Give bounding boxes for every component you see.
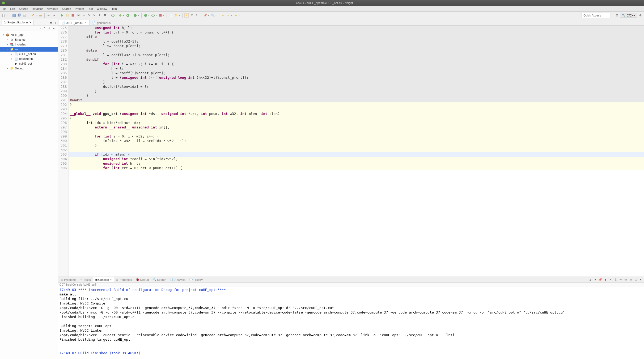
menu-help[interactable]: Help (111, 7, 117, 10)
bottom-tab-console[interactable]: ▣Console ✕ (93, 277, 114, 282)
code-line[interactable]: __global__ void gpu_crt (unsigned int *d… (69, 111, 644, 116)
editor-tab[interactable]: 📄gputimer.h (90, 20, 113, 25)
code-line[interactable]: l = coeff[w32-1] % const_p[crt]; (69, 53, 644, 57)
code-line[interactable]: l = (unsigned int )((((unsigned long int… (69, 75, 644, 80)
code-line[interactable]: #else (69, 48, 644, 53)
project-explorer-tab[interactable]: 🗂 Project Explorer ✕ (2, 20, 33, 25)
code-line[interactable]: #if 0 (69, 35, 644, 39)
code-line[interactable]: l = coeff[i]%const_p[crt]; (69, 71, 644, 75)
code-line[interactable] (69, 107, 644, 111)
close-icon[interactable]: ✕ (110, 278, 112, 281)
dropdown-icon[interactable]: ▾ (138, 14, 139, 16)
menu-file[interactable]: File (2, 7, 6, 10)
code-line[interactable]: extern __shared__ unsigned int in[]; (69, 125, 644, 130)
dropdown-icon[interactable]: ▾ (44, 26, 45, 31)
perspective-button[interactable]: 🔧 C/C++ (620, 13, 637, 18)
menu-run[interactable]: Run (88, 7, 93, 10)
step-back-icon[interactable]: ⇤ (46, 13, 51, 18)
coverage-icon[interactable] (133, 13, 137, 18)
perspective-menu-icon[interactable]: ⊕ (638, 13, 642, 18)
max-icon[interactable]: ◻ (634, 278, 638, 282)
code-line[interactable]: } (69, 80, 644, 84)
menu-refactor[interactable]: Refactor (32, 7, 43, 10)
step-return-icon[interactable]: ↖ (92, 13, 96, 18)
disconnect-icon[interactable]: ⋈ (76, 13, 80, 18)
tree-item[interactable]: ▾📦cuHE_opt (0, 32, 58, 37)
code-line[interactable]: } (69, 143, 644, 148)
dropdown-icon[interactable]: ▾ (6, 14, 7, 16)
quick-access-input[interactable] (582, 13, 611, 18)
dropdown-icon[interactable]: ▾ (179, 14, 180, 16)
code-line[interactable] (69, 148, 644, 152)
next-edit-icon[interactable]: → (226, 13, 231, 18)
dropdown-icon[interactable]: ▾ (208, 14, 209, 16)
tree-item[interactable]: ▶cuHE_opt (0, 61, 58, 66)
disclosure-icon[interactable]: ▸ (6, 67, 9, 70)
bottom-tab-properties[interactable]: ≡Properties (115, 278, 134, 282)
dropdown-icon[interactable]: ▾ (231, 14, 232, 16)
code-line[interactable]: } (69, 102, 644, 107)
prev-edit-icon[interactable]: ← (221, 13, 225, 18)
code-line[interactable]: } (69, 93, 644, 98)
dropdown-icon[interactable]: ▾ (116, 14, 117, 16)
code-line[interactable]: { (69, 116, 644, 120)
menu-project[interactable]: Project (75, 7, 84, 10)
disclosure-icon[interactable]: ▸ (6, 38, 9, 41)
open-icon[interactable]: ▭ (624, 278, 628, 282)
up-icon[interactable]: ▴ (588, 278, 592, 282)
dropdown-icon[interactable]: ▾ (239, 14, 240, 16)
disclosure-icon[interactable]: ▸ (10, 53, 13, 55)
menu-icon[interactable]: ▾ (639, 278, 643, 282)
open-perspective-icon[interactable]: ⊞ (615, 13, 619, 18)
skip-bp-icon[interactable]: ⊘ (190, 13, 194, 18)
code-line[interactable]: for (int i = 0; i < w32; i++) { (69, 134, 644, 139)
clear-icon[interactable]: ✕ (608, 278, 613, 282)
collapse-all-icon[interactable]: ⇆ (39, 26, 43, 31)
dropdown-icon[interactable]: ▾ (163, 14, 164, 16)
new-class-icon[interactable]: 📄 (169, 13, 173, 18)
scroll-icon[interactable]: ⇊ (613, 278, 618, 282)
run-last-icon[interactable] (143, 13, 148, 18)
code-line[interactable]: l %= const_p[crt]; (69, 44, 644, 48)
close-icon[interactable]: ✕ (84, 21, 87, 24)
menu-source[interactable]: Source (19, 7, 28, 10)
bottom-tab-search[interactable]: 🔍Search (151, 277, 168, 282)
link-editor-icon[interactable]: ⇄ (46, 26, 51, 31)
build-icon[interactable] (31, 13, 35, 18)
menu-edit[interactable]: Edit (10, 7, 15, 10)
disclosure-icon[interactable]: ▾ (2, 34, 5, 36)
terminate-icon[interactable] (71, 13, 75, 18)
step-into-icon[interactable]: ↘ (81, 13, 86, 18)
code-line[interactable]: for (int crt = 0; crt < pnum; crt++) { (69, 30, 644, 35)
print-icon[interactable] (23, 13, 27, 18)
tree-item[interactable]: ▸⚙Binaries (0, 37, 58, 42)
code-line[interactable]: if (idx < mlen) { (69, 152, 644, 157)
console-output[interactable]: 17:49:03 **** Incremental Build of confi… (58, 287, 644, 359)
tree-item[interactable]: ▸📄gputimer.h (0, 56, 58, 61)
bottom-tab-problems[interactable]: ⚠Problems (59, 277, 78, 282)
minimize-icon[interactable]: ▭ (50, 21, 52, 24)
disclosure-icon[interactable]: ▸ (10, 57, 13, 60)
dropdown-icon[interactable]: ▾ (215, 14, 217, 16)
window-control-icon[interactable] (2, 2, 5, 4)
menu-navigate[interactable]: Navigate (46, 7, 58, 10)
save-all-icon[interactable] (17, 13, 22, 18)
code-line[interactable]: in[tidx * w32 + i] = src[idx * w32 + i]; (69, 139, 644, 143)
bottom-tab-debug[interactable]: 🐞Debug (134, 277, 150, 282)
code-editor[interactable]: 2752762772782792802812822832842852862872… (58, 26, 644, 277)
close-icon[interactable]: ✕ (29, 21, 32, 24)
save-icon[interactable] (12, 13, 16, 18)
ext-tools-icon[interactable] (158, 13, 163, 18)
code-line[interactable]: for (int i = w32-2; i >= 0; i--) { (69, 62, 644, 66)
new-folder-icon[interactable]: 📁 (174, 13, 178, 18)
restart-icon[interactable]: ↻ (195, 13, 199, 18)
code-line[interactable]: #endif (69, 98, 644, 102)
disclosure-icon[interactable]: ▾ (6, 48, 9, 51)
toggle-bp-icon[interactable]: ⚡ (184, 13, 189, 18)
back-icon-2[interactable]: ⇐ (234, 13, 238, 18)
pin-icon[interactable]: 📌 (203, 13, 207, 18)
tree-item[interactable]: ▸📁Debug (0, 66, 58, 71)
tree-item[interactable]: ▾📁src (0, 47, 58, 52)
tree-item[interactable]: ▸📚Includes (0, 42, 58, 47)
debug-icon[interactable] (118, 13, 122, 18)
